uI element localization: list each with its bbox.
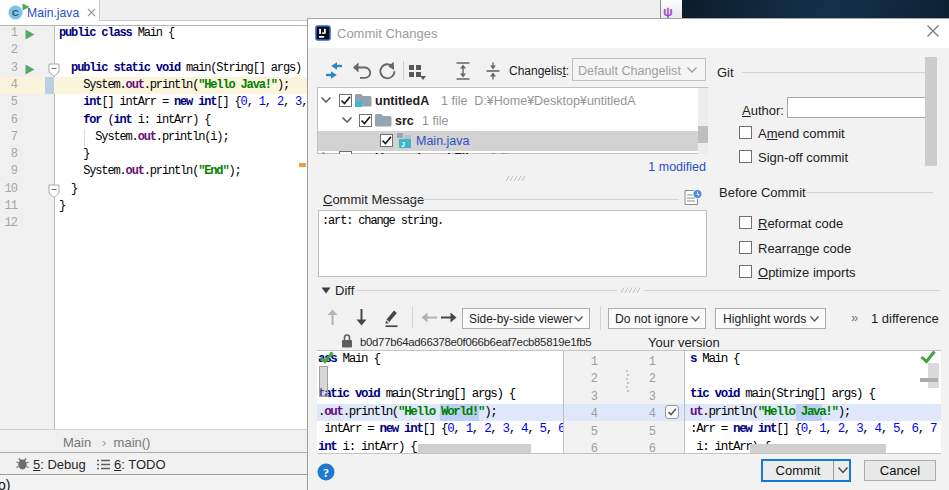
svg-text:?: ? xyxy=(323,466,329,480)
svg-text:J: J xyxy=(401,141,405,148)
